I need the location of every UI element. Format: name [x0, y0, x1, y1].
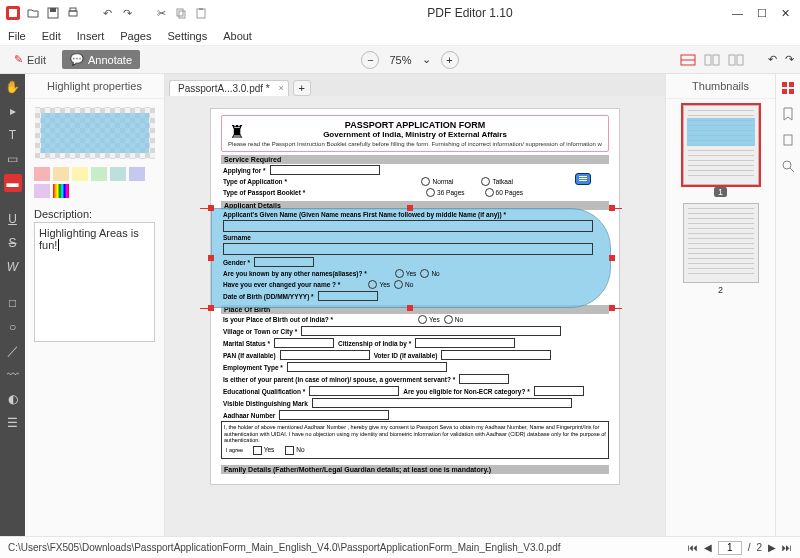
swatch-5[interactable] — [110, 167, 126, 181]
zoom-out-button[interactable]: − — [361, 51, 379, 69]
page-prev-icon[interactable]: ◀ — [704, 542, 712, 553]
view-book-icon[interactable] — [728, 54, 744, 66]
zoom-dropdown-icon[interactable]: ⌄ — [422, 53, 431, 66]
fld-surname[interactable] — [223, 243, 593, 255]
fld-dist-mark[interactable] — [312, 398, 572, 408]
resize-handle[interactable] — [609, 255, 615, 261]
bookmarks-tab-icon[interactable] — [780, 106, 796, 122]
radio-pob-yes[interactable]: Yes — [418, 315, 440, 324]
zoom-in-button[interactable]: + — [441, 51, 459, 69]
description-input[interactable]: Highlighting Areas is fun! — [34, 222, 155, 342]
underline-tool-icon[interactable]: U — [4, 210, 22, 228]
page-input[interactable] — [718, 541, 742, 555]
swatch-6[interactable] — [129, 167, 145, 181]
swatch-4[interactable] — [91, 167, 107, 181]
ellipse-tool-icon[interactable]: ○ — [4, 318, 22, 336]
resize-handle[interactable] — [208, 305, 214, 311]
select-tool-icon[interactable]: ▸ — [4, 102, 22, 120]
fld-applying-for[interactable] — [270, 165, 380, 175]
fld-voter[interactable] — [441, 350, 551, 360]
redo-icon[interactable]: ↷ — [120, 6, 134, 20]
menu-file[interactable]: File — [8, 30, 26, 42]
radio-chg-no[interactable]: No — [394, 280, 413, 289]
cut-icon[interactable]: ✂ — [154, 6, 168, 20]
swatch-2[interactable] — [53, 167, 69, 181]
fld-marital[interactable] — [274, 338, 334, 348]
cb-agree-no[interactable]: No — [285, 446, 304, 455]
fld-village[interactable] — [301, 326, 561, 336]
radio-36[interactable]: 36 Pages — [426, 188, 464, 197]
strike-tool-icon[interactable]: S — [4, 234, 22, 252]
rect-tool-icon[interactable]: □ — [4, 294, 22, 312]
new-tab-button[interactable]: + — [293, 80, 311, 96]
radio-alias-yes[interactable]: Yes — [395, 269, 417, 278]
line-tool-icon[interactable]: ／ — [4, 342, 22, 360]
save-icon[interactable] — [46, 6, 60, 20]
squiggly-tool-icon[interactable]: W — [4, 258, 22, 276]
minimize-icon[interactable]: — — [732, 7, 743, 19]
thumbnail-1[interactable]: 1 — [683, 105, 759, 197]
radio-tatkaal[interactable]: Tatkaal — [481, 177, 513, 186]
view-facing-icon[interactable] — [704, 54, 720, 66]
document-tab[interactable]: PassportA...3.0.pdf *× — [169, 80, 289, 96]
print-icon[interactable] — [66, 6, 80, 20]
resize-handle[interactable] — [208, 205, 214, 211]
mode-annotate-button[interactable]: 💬 Annotate — [62, 50, 140, 69]
page-next-icon[interactable]: ▶ — [768, 542, 776, 553]
mode-edit-button[interactable]: ✎Edit — [6, 50, 54, 69]
copy-icon[interactable] — [174, 6, 188, 20]
menu-pages[interactable]: Pages — [120, 30, 151, 42]
radio-60[interactable]: 60 Pages — [485, 188, 523, 197]
eraser-tool-icon[interactable]: ◐ — [4, 390, 22, 408]
view-single-icon[interactable] — [680, 54, 696, 66]
undo-icon[interactable]: ↶ — [100, 6, 114, 20]
fld-gender[interactable] — [254, 257, 314, 267]
thumbnail-2[interactable]: 2 — [683, 203, 759, 295]
menu-settings[interactable]: Settings — [167, 30, 207, 42]
rotate-left-icon[interactable]: ↶ — [768, 53, 777, 66]
note-tool-icon[interactable]: ▭ — [4, 150, 22, 168]
page-last-icon[interactable]: ⏭ — [782, 542, 792, 553]
thumbnails-tab-icon[interactable] — [780, 80, 796, 96]
menu-about[interactable]: About — [223, 30, 252, 42]
swatch-1[interactable] — [34, 167, 50, 181]
document-viewport[interactable]: ♜ PASSPORT APPLICATION FORM Government o… — [165, 96, 665, 536]
page-first-icon[interactable]: ⏮ — [688, 542, 698, 553]
close-icon[interactable]: ✕ — [781, 7, 790, 20]
zoom-value[interactable]: 75% — [389, 54, 411, 66]
stamp-tool-icon[interactable]: ☰ — [4, 414, 22, 432]
fld-edu[interactable] — [309, 386, 399, 396]
fld-aadhaar[interactable] — [279, 410, 389, 420]
text-tool-icon[interactable]: T — [4, 126, 22, 144]
highlight-tool-icon[interactable]: ▬ — [4, 174, 22, 192]
search-tab-icon[interactable] — [780, 158, 796, 174]
hand-tool-icon[interactable]: ✋ — [4, 78, 22, 96]
menu-insert[interactable]: Insert — [77, 30, 105, 42]
color-picker-icon[interactable] — [53, 184, 69, 198]
fld-pan[interactable] — [280, 350, 370, 360]
fld-citizen[interactable] — [415, 338, 515, 348]
cb-agree-yes[interactable]: Yes — [253, 446, 275, 455]
freehand-tool-icon[interactable]: 〰 — [4, 366, 22, 384]
menu-edit[interactable]: Edit — [42, 30, 61, 42]
rotate-right-icon[interactable]: ↷ — [785, 53, 794, 66]
fld-dob[interactable] — [318, 291, 378, 301]
radio-chg-yes[interactable]: Yes — [368, 280, 390, 289]
paste-icon[interactable] — [194, 6, 208, 20]
resize-handle[interactable] — [208, 255, 214, 261]
radio-pob-no[interactable]: No — [444, 315, 463, 324]
comment-icon[interactable] — [575, 173, 591, 185]
swatch-7[interactable] — [34, 184, 50, 198]
attachments-tab-icon[interactable] — [780, 132, 796, 148]
tab-close-icon[interactable]: × — [278, 83, 283, 93]
swatch-3[interactable] — [72, 167, 88, 181]
fld-non-ecr[interactable] — [534, 386, 584, 396]
radio-alias-no[interactable]: No — [420, 269, 439, 278]
resize-handle[interactable] — [407, 305, 413, 311]
maximize-icon[interactable]: ☐ — [757, 7, 767, 20]
fld-parent-gov[interactable] — [459, 374, 509, 384]
radio-normal[interactable]: Normal — [421, 177, 453, 186]
fld-given-name[interactable] — [223, 220, 593, 232]
fld-emp[interactable] — [287, 362, 447, 372]
open-icon[interactable] — [26, 6, 40, 20]
